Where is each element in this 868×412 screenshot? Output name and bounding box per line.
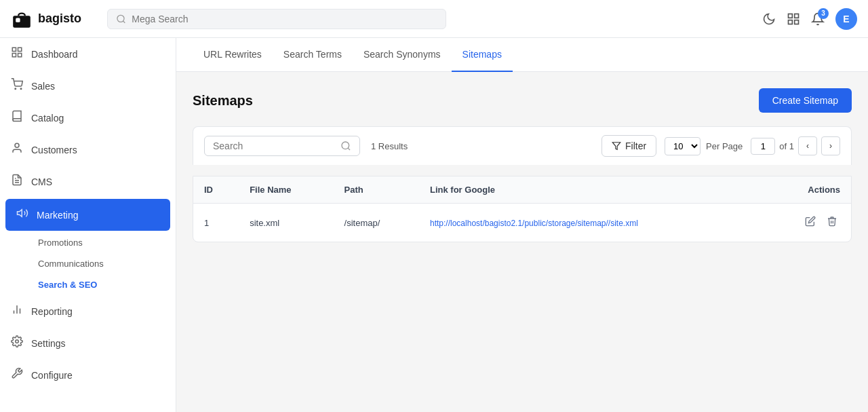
col-actions: Actions (762, 176, 851, 204)
per-page-label: Per Page (706, 141, 743, 151)
cell-path: /sitemap/ (334, 204, 419, 242)
sitemaps-table: ID File Name Path Link for Google Action… (193, 176, 852, 242)
svg-marker-24 (612, 143, 620, 150)
notification-badge: 3 (818, 8, 829, 19)
content-area: Sitemaps Create Sitemap 1 Results Filter (176, 72, 868, 259)
sidebar-item-label: Customers (31, 145, 77, 155)
sub-item-label: Promotions (38, 238, 83, 248)
per-page-select[interactable]: 10 25 50 (665, 137, 701, 155)
page-of: of 1 (779, 141, 794, 151)
search-input-wrap[interactable] (204, 136, 360, 156)
topnav-actions: 3 E (762, 8, 857, 30)
cms-icon (11, 174, 23, 189)
sidebar-item-dashboard[interactable]: Dashboard (0, 38, 176, 70)
content-header: Sitemaps Create Sitemap (193, 88, 852, 113)
cell-id: 1 (193, 204, 239, 242)
trash-icon (827, 216, 837, 227)
sidebar-item-cms[interactable]: CMS (0, 166, 176, 198)
svg-point-13 (20, 88, 22, 90)
svg-line-23 (348, 148, 350, 150)
main-content: URL Rewrites Search Terms Search Synonym… (176, 38, 868, 412)
topnav: bagisto 3 E (0, 0, 868, 38)
theme-toggle-button[interactable] (762, 12, 776, 26)
pagination: of 1 ‹ › (751, 136, 840, 155)
sales-icon (11, 78, 23, 94)
edit-button[interactable] (802, 213, 818, 232)
layout-button[interactable] (787, 12, 800, 26)
results-count: 1 Results (371, 141, 408, 151)
moon-icon (762, 12, 776, 26)
svg-point-2 (117, 15, 124, 22)
sidebar-item-label: Marketing (37, 210, 78, 221)
sidebar-sub-item-promotions[interactable]: Promotions (30, 232, 176, 253)
logo: bagisto (11, 8, 99, 30)
mega-search-bar[interactable] (107, 9, 446, 29)
tabs: URL Rewrites Search Terms Search Synonym… (176, 38, 868, 72)
sidebar-item-label: Sales (31, 81, 55, 92)
avatar[interactable]: E (835, 8, 857, 30)
filter-button[interactable]: Filter (601, 135, 656, 157)
sidebar-sub-item-search-seo[interactable]: Search & SEO (30, 274, 176, 295)
layout: Dashboard Sales Catalog Customers CMS (0, 38, 868, 412)
cell-actions (762, 204, 851, 242)
sidebar-item-sales[interactable]: Sales (0, 70, 176, 102)
filter-icon (612, 141, 621, 151)
sidebar-sub-item-communications[interactable]: Communications (30, 253, 176, 274)
sidebar-item-marketing[interactable]: Marketing (5, 199, 170, 231)
sidebar-item-settings[interactable]: Settings (0, 327, 176, 359)
toolbar: 1 Results Filter 10 25 50 Per Page (193, 126, 852, 165)
svg-line-3 (123, 20, 125, 22)
filter-label: Filter (625, 141, 646, 151)
prev-page-button[interactable]: ‹ (798, 136, 817, 155)
notifications-button[interactable]: 3 (811, 12, 825, 26)
sidebar-item-reporting[interactable]: Reporting (0, 295, 176, 327)
sidebar-item-label: CMS (31, 176, 52, 187)
svg-rect-6 (789, 20, 793, 24)
sub-item-label: Search & SEO (38, 280, 97, 290)
settings-icon (11, 335, 23, 351)
svg-point-22 (342, 142, 349, 149)
svg-point-14 (15, 143, 19, 147)
page-number-input[interactable] (751, 138, 775, 155)
configure-icon (11, 367, 23, 383)
logo-text: bagisto (38, 12, 81, 26)
col-filename: File Name (239, 176, 333, 204)
sidebar-item-customers[interactable]: Customers (0, 134, 176, 166)
edit-icon (805, 216, 816, 227)
tab-url-rewrites[interactable]: URL Rewrites (193, 38, 273, 72)
svg-rect-10 (12, 54, 16, 57)
sidebar-item-label: Settings (31, 338, 66, 349)
mega-search-input[interactable] (132, 14, 437, 24)
sidebar: Dashboard Sales Catalog Customers CMS (0, 38, 176, 412)
sidebar-item-catalog[interactable]: Catalog (0, 102, 176, 134)
search-icon (116, 14, 126, 24)
layout-icon (787, 12, 800, 26)
search-input[interactable] (213, 141, 335, 151)
svg-point-12 (15, 88, 16, 90)
svg-point-21 (16, 340, 19, 343)
delete-button[interactable] (824, 213, 840, 232)
sidebar-item-label: Catalog (31, 113, 64, 124)
svg-rect-8 (12, 48, 16, 51)
logo-icon (11, 8, 33, 30)
tab-sitemaps[interactable]: Sitemaps (452, 38, 513, 72)
create-sitemap-button[interactable]: Create Sitemap (759, 88, 852, 113)
search-submit-icon[interactable] (340, 141, 351, 151)
tab-search-terms[interactable]: Search Terms (273, 38, 353, 72)
cell-filename: site.xml (239, 204, 333, 242)
sub-item-label: Communications (38, 259, 104, 269)
reporting-icon (11, 303, 23, 319)
tab-search-synonyms[interactable]: Search Synonyms (353, 38, 452, 72)
sidebar-item-configure[interactable]: Configure (0, 359, 176, 391)
sidebar-item-label: Dashboard (31, 49, 78, 60)
table-row: 1 site.xml /sitemap/ http://localhost/ba… (193, 204, 851, 242)
marketing-icon (16, 207, 28, 223)
svg-rect-11 (18, 54, 22, 57)
col-path: Path (334, 176, 419, 204)
next-page-button[interactable]: › (821, 136, 840, 155)
per-page-wrap: 10 25 50 Per Page (665, 137, 743, 155)
svg-rect-9 (18, 48, 22, 51)
svg-rect-1 (16, 18, 20, 22)
catalog-icon (11, 110, 23, 126)
page-title: Sitemaps (193, 93, 253, 109)
